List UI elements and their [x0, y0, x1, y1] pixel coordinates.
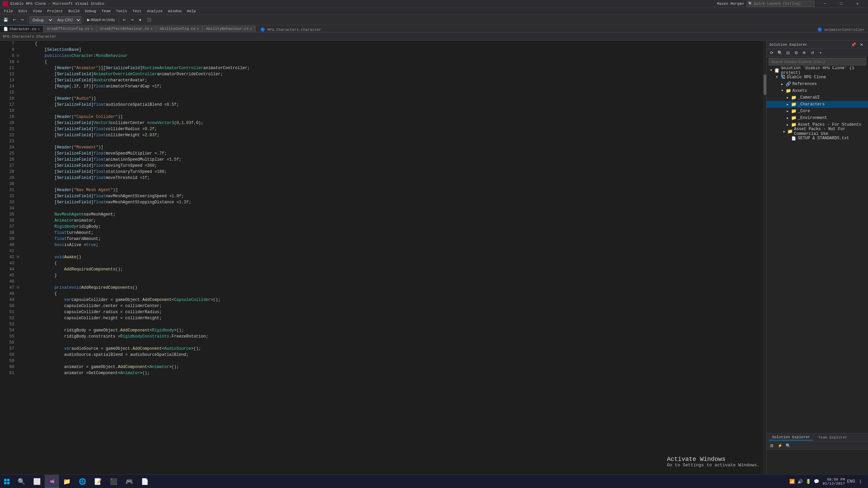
- taskbar-unity[interactable]: 🎮: [121, 475, 137, 488]
- tree-characters[interactable]: ▶ 📁 _Characters: [767, 101, 868, 108]
- tray-battery[interactable]: 🔋: [805, 478, 812, 485]
- taskbar-cmd[interactable]: ⬛: [106, 475, 121, 488]
- code-line-25: [SerializeField] float moveSpeedMultipli…: [25, 150, 760, 157]
- toolbar-nav2[interactable]: ⇒: [129, 16, 136, 24]
- menu-help[interactable]: Help: [184, 8, 198, 14]
- tab-text: Character.cs: [9, 27, 36, 31]
- minimize-button[interactable]: ─: [817, 0, 833, 7]
- props-grid-button[interactable]: ⊞: [768, 442, 775, 449]
- close-tab-areaeffect[interactable]: ✕: [91, 27, 93, 31]
- menu-analyze[interactable]: Analyze: [144, 8, 165, 14]
- redo-button[interactable]: ↪: [19, 16, 26, 24]
- code-line-13: [SerializeField] Avatar characterAvatar;: [25, 77, 760, 83]
- maximize-button[interactable]: □: [833, 0, 849, 7]
- platform-dropdown[interactable]: Any CPU: [54, 16, 81, 24]
- menu-project[interactable]: Project: [44, 8, 65, 14]
- attach-button[interactable]: ▶ Attach to Unity: [85, 16, 117, 24]
- tree-environment[interactable]: ▶ 📁 _Environment: [767, 115, 868, 121]
- tree-references[interactable]: ▶ 🔗 References: [767, 81, 868, 87]
- taskbar-explorer[interactable]: 📁: [59, 475, 75, 488]
- txt-icon: 📄: [791, 136, 796, 141]
- time-display: 08:50 PM: [823, 477, 845, 482]
- scroll-thumb[interactable]: [764, 75, 766, 95]
- config-dropdown[interactable]: Debug Release: [29, 16, 54, 24]
- code-line-22: [SerializeField] float colliderHeight = …: [25, 132, 760, 138]
- tab-abilityconfig[interactable]: AbilityConfig.cs ✕: [156, 25, 203, 32]
- tray-volume[interactable]: 🔊: [797, 478, 804, 485]
- se-newitem-button[interactable]: +: [817, 49, 824, 56]
- team-explorer-tab[interactable]: Team Explorer: [815, 435, 850, 440]
- title-bar: Diablo RPG Clone - Microsoft Visual Stud…: [0, 0, 868, 7]
- taskbar-chrome[interactable]: 🌐: [75, 475, 90, 488]
- toolbar-breakpoint[interactable]: ⬛: [145, 16, 154, 24]
- close-tab-abilityb[interactable]: ✕: [250, 27, 252, 31]
- code-line-17: [SerializeField] float audioSourceSpatia…: [25, 102, 760, 108]
- taskbar-taskview[interactable]: ⬜: [29, 475, 45, 488]
- toolbar-nav3[interactable]: ▼: [136, 16, 144, 24]
- se-collapse-button[interactable]: ⊟: [784, 49, 792, 56]
- taskbar-vs[interactable]: VS: [45, 475, 59, 488]
- taskbar-search[interactable]: 🔍: [14, 475, 29, 488]
- menu-file[interactable]: File: [1, 8, 16, 14]
- clock[interactable]: 08:50 PM 01/12/2017: [823, 477, 845, 486]
- code-editor[interactable]: { [SelectionBase] public class Character…: [22, 41, 763, 481]
- tree-solution[interactable]: ▼ 📋 Solution 'Diablo RPG Clone' (1 proje…: [767, 67, 868, 74]
- toolbar-nav1[interactable]: ⇐: [121, 16, 128, 24]
- code-container[interactable]: 7 8 9 10 11 12 13 14 15 16 17 18 19 20 2…: [0, 41, 766, 481]
- setup-txt-label: SETUP & STANDARDS.txt: [798, 136, 849, 141]
- breadcrumb-bar: RPG.Characters.Character: [0, 33, 868, 41]
- menu-debug[interactable]: Debug: [82, 8, 99, 14]
- se-view-button[interactable]: 👁: [801, 49, 808, 56]
- tab-areaeffectbehaviour[interactable]: AreaEffectBehaviour.cs ✕: [97, 25, 156, 32]
- tray-show-desktop[interactable]: |: [857, 478, 864, 485]
- vertical-scrollbar[interactable]: [763, 41, 766, 481]
- taskbar-start[interactable]: [0, 475, 14, 488]
- code-line-52: capsuleCollider.height = colliderHeight;: [25, 315, 760, 321]
- tray-network[interactable]: 📶: [789, 478, 795, 485]
- close-button[interactable]: ✕: [850, 0, 865, 7]
- tab-areaeffectconfig[interactable]: AreaEffectConfig.cs ✕: [43, 25, 96, 32]
- code-line-36: Animator animator;: [25, 218, 760, 224]
- solution-explorer-header: Solution Explorer 📌 ✕: [767, 41, 868, 49]
- svg-rect-2: [4, 482, 6, 484]
- solution-explorer-tab[interactable]: Solution Explorer: [769, 434, 813, 441]
- tray-action-center[interactable]: 💬: [813, 478, 820, 485]
- code-line-9: public class Character : MonoBehaviour: [25, 53, 760, 59]
- tree-core[interactable]: ▶ 📁 _Core: [767, 108, 868, 115]
- tree-arrow-refs: ▶: [780, 82, 785, 86]
- se-filter-button[interactable]: 🔍: [776, 49, 784, 56]
- props-search-button[interactable]: 🔍: [784, 442, 792, 449]
- menu-window[interactable]: Window: [165, 8, 184, 14]
- taskbar-notepad[interactable]: 📝: [90, 475, 106, 488]
- save-button[interactable]: 💾: [1, 16, 10, 24]
- menu-team[interactable]: Team: [99, 8, 113, 14]
- close-tab-ability[interactable]: ✕: [197, 27, 199, 31]
- taskbar-vscode[interactable]: 📄: [137, 475, 153, 488]
- tree-view: ▼ 📋 Solution 'Diablo RPG Clone' (1 proje…: [767, 66, 868, 433]
- tab-text: AreaEffectBehaviour.cs: [100, 27, 149, 31]
- se-pin-button[interactable]: 📌: [850, 41, 857, 48]
- undo-button[interactable]: ↩: [11, 16, 18, 24]
- menu-view[interactable]: View: [30, 8, 44, 14]
- tree-cameraui[interactable]: ▶ 📁 _CameraUI: [767, 94, 868, 101]
- code-line-39: float forwardAmount;: [25, 236, 760, 242]
- tab-abilitybehaviour[interactable]: AbilityBehaviour.cs ✕: [203, 25, 256, 32]
- tree-assets[interactable]: ▼ 📁 Assets: [767, 87, 868, 94]
- props-event-button[interactable]: ⚡: [776, 442, 784, 449]
- close-tab-areaeffectb[interactable]: ✕: [151, 27, 153, 31]
- tree-assetpacks-commercial[interactable]: ▶ 📁 Asset Packs - Not For Commercial Use: [767, 128, 868, 135]
- menu-edit[interactable]: Edit: [16, 8, 30, 14]
- tab-character-cs[interactable]: 📄 Character.cs ✕: [0, 25, 43, 32]
- close-tab-character[interactable]: ✕: [38, 27, 40, 31]
- solution-explorer-search[interactable]: [769, 58, 866, 65]
- menu-tools[interactable]: Tools: [113, 8, 130, 14]
- menu-build[interactable]: Build: [65, 8, 82, 14]
- menu-test[interactable]: Test: [130, 8, 144, 14]
- window-title: Diablo RPG Clone - Microsoft Visual Stud…: [10, 2, 717, 6]
- se-sync-button[interactable]: ⟳: [768, 49, 775, 56]
- se-close-button[interactable]: ✕: [858, 41, 865, 48]
- tray-language[interactable]: ENG: [848, 478, 854, 485]
- se-refresh-button[interactable]: ↺: [809, 49, 816, 56]
- toolbar-sep-1: [27, 17, 28, 23]
- se-props-button[interactable]: ⚙: [792, 49, 800, 56]
